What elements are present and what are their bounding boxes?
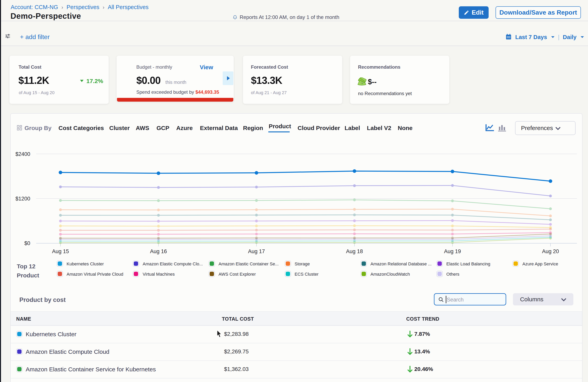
svg-text:Aug 20: Aug 20	[542, 248, 559, 254]
svg-text:Aug 16: Aug 16	[150, 248, 167, 254]
svg-text:Aug 19: Aug 19	[444, 248, 461, 254]
svg-text:Aug 15: Aug 15	[52, 248, 69, 254]
svg-text:$: $	[362, 82, 363, 84]
svg-text:Aug 18: Aug 18	[346, 248, 363, 254]
svg-text:$2400: $2400	[15, 151, 30, 157]
svg-text:$1200: $1200	[15, 196, 30, 202]
svg-text:$0: $0	[24, 240, 30, 246]
svg-text:Aug 17: Aug 17	[248, 248, 265, 254]
